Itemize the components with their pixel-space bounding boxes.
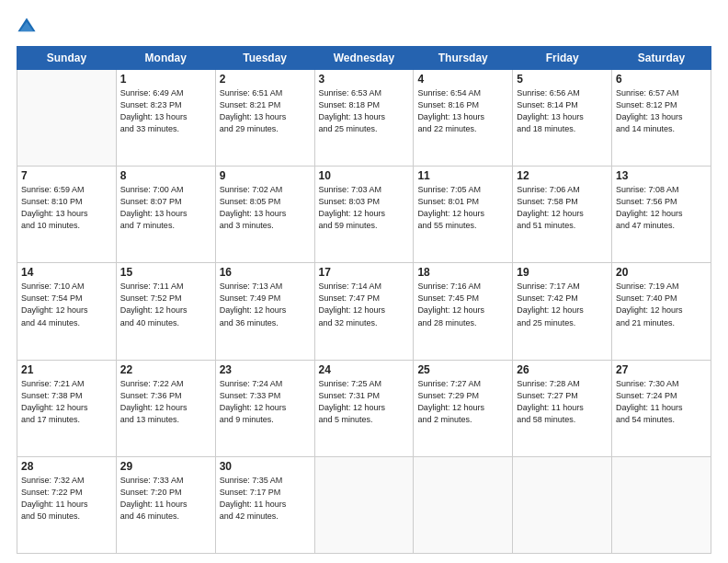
calendar-cell: 29Sunrise: 7:33 AM Sunset: 7:20 PM Dayli… — [116, 456, 215, 553]
day-number: 5 — [517, 73, 608, 86]
day-info: Sunrise: 6:57 AM Sunset: 8:12 PM Dayligh… — [616, 87, 707, 135]
calendar-cell: 23Sunrise: 7:24 AM Sunset: 7:33 PM Dayli… — [215, 360, 314, 456]
day-info: Sunrise: 7:33 AM Sunset: 7:20 PM Dayligh… — [120, 475, 211, 523]
calendar-cell: 19Sunrise: 7:17 AM Sunset: 7:42 PM Dayli… — [513, 263, 612, 360]
calendar-cell: 14Sunrise: 7:10 AM Sunset: 7:54 PM Dayli… — [17, 263, 117, 360]
calendar-cell: 1Sunrise: 6:49 AM Sunset: 8:23 PM Daylig… — [116, 70, 215, 167]
calendar-cell: 9Sunrise: 7:02 AM Sunset: 8:05 PM Daylig… — [215, 167, 314, 263]
day-info: Sunrise: 7:28 AM Sunset: 7:27 PM Dayligh… — [517, 378, 608, 426]
calendar-cell: 20Sunrise: 7:19 AM Sunset: 7:40 PM Dayli… — [612, 263, 711, 360]
calendar-cell — [314, 456, 414, 553]
day-number: 14 — [21, 266, 112, 279]
calendar-cell: 16Sunrise: 7:13 AM Sunset: 7:49 PM Dayli… — [215, 263, 314, 360]
day-info: Sunrise: 7:03 AM Sunset: 8:03 PM Dayligh… — [319, 184, 410, 232]
day-number: 27 — [616, 363, 707, 376]
col-header-wednesday: Wednesday — [314, 47, 414, 70]
day-info: Sunrise: 7:11 AM Sunset: 7:52 PM Dayligh… — [120, 281, 211, 328]
day-info: Sunrise: 7:13 AM Sunset: 7:49 PM Dayligh… — [220, 281, 311, 328]
calendar-cell: 18Sunrise: 7:16 AM Sunset: 7:45 PM Dayli… — [414, 263, 513, 360]
col-header-thursday: Thursday — [414, 47, 513, 70]
day-number: 1 — [120, 73, 211, 86]
calendar-cell: 7Sunrise: 6:59 AM Sunset: 8:10 PM Daylig… — [17, 167, 117, 263]
day-info: Sunrise: 7:27 AM Sunset: 7:29 PM Dayligh… — [417, 378, 508, 426]
day-info: Sunrise: 7:21 AM Sunset: 7:38 PM Dayligh… — [21, 378, 112, 426]
calendar-cell — [513, 456, 612, 553]
logo-icon — [17, 17, 37, 37]
day-info: Sunrise: 7:00 AM Sunset: 8:07 PM Dayligh… — [120, 184, 211, 232]
calendar-cell — [612, 456, 711, 553]
day-number: 15 — [120, 266, 211, 279]
page: SundayMondayTuesdayWednesdayThursdayFrid… — [0, 0, 728, 563]
day-info: Sunrise: 7:16 AM Sunset: 7:45 PM Dayligh… — [417, 281, 508, 328]
day-info: Sunrise: 6:53 AM Sunset: 8:18 PM Dayligh… — [319, 87, 410, 135]
day-info: Sunrise: 7:22 AM Sunset: 7:36 PM Dayligh… — [120, 378, 211, 426]
day-info: Sunrise: 7:17 AM Sunset: 7:42 PM Dayligh… — [517, 281, 608, 328]
col-header-sunday: Sunday — [17, 47, 117, 70]
calendar-cell: 5Sunrise: 6:56 AM Sunset: 8:14 PM Daylig… — [513, 70, 612, 167]
day-info: Sunrise: 6:51 AM Sunset: 8:21 PM Dayligh… — [220, 87, 311, 135]
calendar-table: SundayMondayTuesdayWednesdayThursdayFrid… — [17, 46, 711, 554]
calendar-cell: 22Sunrise: 7:22 AM Sunset: 7:36 PM Dayli… — [116, 360, 215, 456]
calendar-cell: 4Sunrise: 6:54 AM Sunset: 8:16 PM Daylig… — [414, 70, 513, 167]
day-number: 18 — [417, 266, 508, 279]
calendar-cell: 8Sunrise: 7:00 AM Sunset: 8:07 PM Daylig… — [116, 167, 215, 263]
day-number: 11 — [417, 169, 508, 182]
day-info: Sunrise: 7:30 AM Sunset: 7:24 PM Dayligh… — [616, 378, 707, 426]
header — [17, 17, 711, 37]
day-number: 24 — [319, 363, 410, 376]
day-info: Sunrise: 7:35 AM Sunset: 7:17 PM Dayligh… — [220, 475, 311, 523]
logo — [17, 17, 39, 37]
day-info: Sunrise: 7:08 AM Sunset: 7:56 PM Dayligh… — [616, 184, 707, 232]
day-number: 23 — [220, 363, 311, 376]
day-number: 9 — [220, 169, 311, 182]
calendar-cell: 13Sunrise: 7:08 AM Sunset: 7:56 PM Dayli… — [612, 167, 711, 263]
calendar-cell: 12Sunrise: 7:06 AM Sunset: 7:58 PM Dayli… — [513, 167, 612, 263]
day-number: 10 — [319, 169, 410, 182]
day-info: Sunrise: 6:56 AM Sunset: 8:14 PM Dayligh… — [517, 87, 608, 135]
calendar-cell: 6Sunrise: 6:57 AM Sunset: 8:12 PM Daylig… — [612, 70, 711, 167]
day-number: 3 — [319, 73, 410, 86]
calendar-cell: 24Sunrise: 7:25 AM Sunset: 7:31 PM Dayli… — [314, 360, 414, 456]
day-number: 6 — [616, 73, 707, 86]
calendar-cell: 17Sunrise: 7:14 AM Sunset: 7:47 PM Dayli… — [314, 263, 414, 360]
day-info: Sunrise: 6:59 AM Sunset: 8:10 PM Dayligh… — [21, 184, 112, 232]
day-number: 28 — [21, 460, 112, 473]
calendar-cell: 26Sunrise: 7:28 AM Sunset: 7:27 PM Dayli… — [513, 360, 612, 456]
col-header-monday: Monday — [116, 47, 215, 70]
calendar-cell: 11Sunrise: 7:05 AM Sunset: 8:01 PM Dayli… — [414, 167, 513, 263]
day-number: 17 — [319, 266, 410, 279]
calendar-cell: 25Sunrise: 7:27 AM Sunset: 7:29 PM Dayli… — [414, 360, 513, 456]
calendar-cell: 30Sunrise: 7:35 AM Sunset: 7:17 PM Dayli… — [215, 456, 314, 553]
day-number: 26 — [517, 363, 608, 376]
day-number: 20 — [616, 266, 707, 279]
calendar-cell — [414, 456, 513, 553]
calendar-cell: 28Sunrise: 7:32 AM Sunset: 7:22 PM Dayli… — [17, 456, 117, 553]
day-number: 22 — [120, 363, 211, 376]
calendar-cell: 21Sunrise: 7:21 AM Sunset: 7:38 PM Dayli… — [17, 360, 117, 456]
day-number: 29 — [120, 460, 211, 473]
day-info: Sunrise: 7:02 AM Sunset: 8:05 PM Dayligh… — [220, 184, 311, 232]
day-info: Sunrise: 7:19 AM Sunset: 7:40 PM Dayligh… — [616, 281, 707, 328]
day-info: Sunrise: 7:14 AM Sunset: 7:47 PM Dayligh… — [319, 281, 410, 328]
day-info: Sunrise: 7:25 AM Sunset: 7:31 PM Dayligh… — [319, 378, 410, 426]
col-header-tuesday: Tuesday — [215, 47, 314, 70]
day-info: Sunrise: 6:49 AM Sunset: 8:23 PM Dayligh… — [120, 87, 211, 135]
day-number: 19 — [517, 266, 608, 279]
day-number: 2 — [220, 73, 311, 86]
day-number: 21 — [21, 363, 112, 376]
day-info: Sunrise: 7:24 AM Sunset: 7:33 PM Dayligh… — [220, 378, 311, 426]
day-info: Sunrise: 7:06 AM Sunset: 7:58 PM Dayligh… — [517, 184, 608, 232]
day-number: 16 — [220, 266, 311, 279]
calendar-cell — [17, 70, 117, 167]
day-number: 8 — [120, 169, 211, 182]
col-header-friday: Friday — [513, 47, 612, 70]
calendar-cell: 2Sunrise: 6:51 AM Sunset: 8:21 PM Daylig… — [215, 70, 314, 167]
calendar-cell: 3Sunrise: 6:53 AM Sunset: 8:18 PM Daylig… — [314, 70, 414, 167]
day-number: 12 — [517, 169, 608, 182]
calendar-cell: 15Sunrise: 7:11 AM Sunset: 7:52 PM Dayli… — [116, 263, 215, 360]
col-header-saturday: Saturday — [612, 47, 711, 70]
day-info: Sunrise: 7:10 AM Sunset: 7:54 PM Dayligh… — [21, 281, 112, 328]
day-info: Sunrise: 7:32 AM Sunset: 7:22 PM Dayligh… — [21, 475, 112, 523]
day-info: Sunrise: 7:05 AM Sunset: 8:01 PM Dayligh… — [417, 184, 508, 232]
day-number: 25 — [417, 363, 508, 376]
